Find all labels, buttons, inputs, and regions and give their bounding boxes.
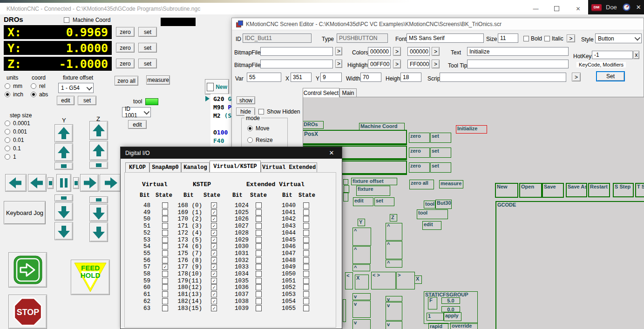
jog-x-plus-step-button[interactable]: [73, 177, 79, 189]
bit-state-checkbox[interactable]: [303, 209, 309, 215]
tooltip-field[interactable]: [467, 60, 569, 68]
bold-checkbox[interactable]: [523, 36, 529, 41]
bit-state-checkbox[interactable]: [303, 291, 309, 297]
y-field[interactable]: 9: [320, 73, 342, 82]
canvas-x-axis-box[interactable]: X: [355, 275, 369, 289]
jog-z-plus-button[interactable]: [89, 141, 108, 161]
bit-state-checkbox[interactable]: [303, 250, 309, 256]
show-button[interactable]: show: [237, 96, 255, 104]
bit-state-checkbox[interactable]: [303, 257, 309, 263]
bit-state-checkbox[interactable]: ✓: [211, 305, 217, 311]
bit-state-checkbox[interactable]: [303, 237, 309, 243]
var-field[interactable]: 55: [247, 73, 281, 82]
canvas-dros-label[interactable]: DROs: [303, 121, 324, 129]
step-unit-radio[interactable]: [5, 154, 10, 160]
canvas-x-axis-label2[interactable]: X: [414, 275, 422, 284]
canvas-override-button[interactable]: override: [450, 322, 478, 329]
bit-state-checkbox[interactable]: [256, 305, 262, 311]
highlight-back-field[interactable]: FF0000: [407, 60, 430, 68]
canvas-z-up-1[interactable]: ^: [386, 223, 402, 241]
colors-back-pick-button[interactable]: >: [432, 47, 440, 56]
canvas-zero-all[interactable]: zero all: [409, 180, 434, 189]
show-hidden-checkbox[interactable]: [258, 109, 264, 114]
style-select[interactable]: Button: [595, 34, 642, 43]
jog-y-minus-button[interactable]: [54, 202, 73, 221]
bit-state-checkbox[interactable]: ✓: [211, 264, 217, 270]
set-y-button[interactable]: set: [138, 43, 157, 53]
bit-state-checkbox[interactable]: [303, 278, 309, 284]
canvas-y-up-3[interactable]: ^: [353, 264, 370, 271]
bit-state-checkbox[interactable]: [256, 284, 262, 290]
bit-state-checkbox[interactable]: [256, 202, 262, 208]
canvas-zero-1[interactable]: zero: [409, 133, 430, 143]
canvas-z-axis-label[interactable]: Z: [390, 214, 397, 222]
canvas-apply-button[interactable]: apply: [444, 312, 461, 321]
set-z-button[interactable]: set: [138, 59, 157, 68]
step-01-radio[interactable]: [5, 137, 10, 143]
jog-z-minus-step-button[interactable]: [89, 196, 108, 203]
maximize-icon[interactable]: [546, 3, 567, 14]
bit-state-checkbox[interactable]: [303, 223, 309, 229]
tab-main[interactable]: Main: [339, 88, 357, 97]
bit-state-checkbox[interactable]: [256, 250, 262, 256]
fixture-set-button[interactable]: set: [78, 96, 96, 105]
close-icon[interactable]: ✕: [325, 147, 338, 159]
zero-all-button[interactable]: zero all: [115, 76, 138, 86]
bit-state-checkbox[interactable]: [303, 230, 309, 236]
jog-y-plus-fast-button[interactable]: [54, 124, 73, 142]
canvas-set-4[interactable]: set: [374, 197, 394, 206]
canvas-zero-2[interactable]: zero: [409, 148, 430, 158]
bit-state-checkbox[interactable]: [303, 305, 309, 311]
bit-state-checkbox[interactable]: [303, 298, 309, 304]
bit-state-checkbox[interactable]: [256, 257, 262, 263]
canvas-y-up-1[interactable]: ^: [353, 228, 371, 246]
gcode-new-button[interactable]: New: [205, 79, 229, 94]
colors-fore-field[interactable]: 000000: [368, 47, 391, 56]
bit-state-checkbox[interactable]: [303, 264, 309, 270]
gcode-viewer[interactable]: G20 GM98 PM2 (S O100F40G1 X1: [210, 94, 231, 147]
bit-state-checkbox[interactable]: [303, 271, 309, 277]
tool-id-select[interactable]: ID 1001: [122, 107, 151, 117]
zero-x-button[interactable]: zero: [116, 27, 135, 37]
gauge-icon[interactable]: [623, 3, 630, 11]
canvas-y-down-2[interactable]: v: [353, 301, 371, 318]
coord-rel-radio[interactable]: [31, 83, 36, 89]
highlight-back-pick-button[interactable]: >: [432, 60, 440, 68]
tool-edit-button[interactable]: edit: [128, 120, 147, 129]
tab-kanalog[interactable]: Kanalog: [181, 162, 210, 172]
bit-state-checkbox[interactable]: [256, 264, 262, 270]
text-field[interactable]: Initialize: [467, 47, 569, 56]
bit-state-checkbox[interactable]: ✓: [211, 237, 217, 243]
bit-state-checkbox[interactable]: [256, 223, 262, 229]
units-mm-radio[interactable]: [5, 83, 10, 89]
bitmapfile2-browse-button[interactable]: >: [335, 60, 342, 68]
canvas-fixture-combo[interactable]: fixture: [356, 186, 390, 196]
canvas-initialize-button[interactable]: Initialize: [456, 125, 487, 134]
tab-kflop[interactable]: KFLOP: [125, 162, 149, 172]
canvas-gcode-box[interactable]: GCODE: [495, 201, 644, 329]
set-x-button[interactable]: set: [138, 27, 157, 37]
tab-snapamp0[interactable]: SnapAmp0: [149, 162, 181, 172]
canvas-measure[interactable]: measure: [439, 180, 463, 188]
bitmapfile1-field[interactable]: [260, 47, 333, 56]
units-inch-radio[interactable]: [5, 92, 10, 97]
size-field[interactable]: 11: [498, 34, 518, 43]
canvas-new-button[interactable]: New: [495, 183, 518, 198]
bit-state-checkbox[interactable]: ✓: [211, 202, 217, 208]
close-icon[interactable]: ✕: [568, 3, 589, 14]
bit-state-checkbox[interactable]: [256, 243, 262, 249]
jog-x-minus-step-button[interactable]: [47, 177, 54, 189]
canvas-z-up-2[interactable]: ^: [386, 241, 402, 259]
bit-state-checkbox[interactable]: [256, 291, 262, 297]
canvas-y-down-1[interactable]: v: [353, 293, 371, 300]
canvas-saveas-button[interactable]: Save As: [566, 183, 587, 197]
machine-coord-checkbox[interactable]: [64, 17, 69, 23]
canvas-x-mid[interactable]: < >: [371, 272, 396, 289]
canvas-open-button[interactable]: Open: [519, 183, 542, 198]
bit-state-checkbox[interactable]: ✓: [211, 209, 217, 215]
canvas-dro-x-box[interactable]: PosX: [303, 130, 407, 145]
bit-state-checkbox[interactable]: [256, 230, 262, 236]
height-field[interactable]: 18: [400, 73, 421, 82]
fixture-edit-button[interactable]: edit: [57, 96, 75, 105]
canvas-fixture-offset-label[interactable]: fixture offset: [351, 178, 397, 185]
